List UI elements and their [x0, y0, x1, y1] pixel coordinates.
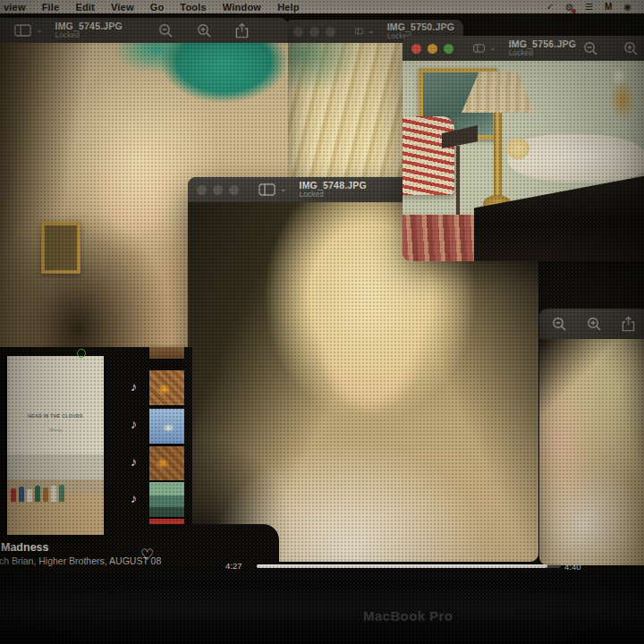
- menu-item-go[interactable]: Go: [142, 2, 173, 13]
- traffic-lights: [293, 27, 335, 37]
- zoom-window-icon[interactable]: [444, 44, 453, 54]
- traffic-lights: [411, 44, 453, 54]
- track-artists: Rich Brian, Higher Brothers, AUGUST 08: [0, 555, 161, 566]
- photo-img5756: [402, 61, 644, 261]
- framed-picture-decor: [41, 222, 80, 274]
- notification-icon[interactable]: ◍: [565, 3, 573, 12]
- window-titlebar[interactable]: ⌄ IMG_5745.JPG Locked: [0, 18, 288, 43]
- chevron-down-icon: ⌄: [280, 184, 287, 193]
- zoom-in-icon[interactable]: [587, 317, 602, 332]
- menu-item-file[interactable]: File: [34, 2, 68, 13]
- queue-thumbnail[interactable]: [149, 409, 184, 444]
- queue-thumbnail[interactable]: [149, 370, 184, 405]
- screen-photo: view File Edit View Go Tools Window Help…: [0, 0, 644, 644]
- window-status: Locked: [300, 191, 367, 199]
- close-icon[interactable]: [293, 27, 303, 37]
- zoom-in-icon[interactable]: [197, 23, 212, 38]
- sofa-decor: [402, 116, 454, 195]
- menu-items: view File Edit View Go Tools Window Help: [0, 2, 308, 13]
- minimize-icon[interactable]: [428, 44, 437, 54]
- record-icon[interactable]: ◉: [623, 3, 631, 12]
- laptop-bezel: MacBook Pro: [0, 592, 644, 644]
- window-titlebar[interactable]: [539, 309, 644, 339]
- chevron-down-icon: ⌄: [368, 26, 375, 35]
- connect-device-icon[interactable]: [77, 349, 86, 358]
- preview-window-img5756: ⌄ IMG_5756.JPG Locked: [402, 36, 644, 261]
- queue-thumbnail[interactable]: [149, 519, 184, 524]
- window-titlebar[interactable]: ⌄ IMG_5756.JPG Locked: [402, 36, 644, 61]
- person-lying-decor: [508, 134, 644, 182]
- sidebar-icon[interactable]: [355, 25, 363, 38]
- close-icon[interactable]: [197, 185, 207, 195]
- zoom-window-icon[interactable]: [229, 185, 239, 195]
- progress-fill: [257, 564, 547, 568]
- heart-icon[interactable]: ♡: [140, 546, 154, 564]
- menu-item-help[interactable]: Help: [269, 2, 308, 13]
- zoom-out-icon[interactable]: [583, 41, 598, 56]
- queue-thumbnail[interactable]: [149, 347, 184, 359]
- chevron-down-icon: ⌄: [36, 25, 43, 34]
- menu-status-icons: ✓ ◍ ☰ M ◉: [547, 3, 644, 12]
- preview-window-right: [539, 309, 644, 565]
- menu-item-tools[interactable]: Tools: [172, 2, 215, 13]
- track-title: Madness: [1, 541, 49, 554]
- menu-item-app[interactable]: view: [4, 2, 34, 13]
- menu-item-edit[interactable]: Edit: [67, 2, 103, 13]
- elapsed-time: 4:27: [225, 561, 242, 571]
- menu-item-window[interactable]: Window: [215, 2, 269, 13]
- device-label: MacBook Pro: [363, 608, 453, 623]
- album-figures-decor: [11, 485, 74, 502]
- album-cover-subtitle: 88rising: [7, 428, 104, 432]
- duration-time: 4:40: [564, 562, 581, 572]
- music-note-icon: ♪: [131, 454, 137, 469]
- sidebar-icon[interactable]: [258, 183, 275, 196]
- album-cover-title: HEAD IN THE CLOUDS: [7, 413, 104, 419]
- music-note-icon: ♪: [131, 417, 137, 431]
- zoom-out-icon[interactable]: [552, 317, 567, 332]
- music-note-icon: ♪: [131, 379, 137, 394]
- zoom-window-icon[interactable]: [326, 27, 335, 37]
- person-head-decor: [506, 138, 530, 159]
- share-icon[interactable]: [235, 22, 249, 38]
- window-status: Locked: [55, 31, 123, 39]
- music-stand-pole: [456, 146, 460, 217]
- close-icon[interactable]: [411, 44, 421, 54]
- music-note-icon: ♪: [131, 491, 137, 505]
- player-bottom-bar: [0, 571, 644, 592]
- photo-right-portrait: [539, 339, 644, 565]
- minimize-icon[interactable]: [309, 27, 319, 37]
- sidebar-icon[interactable]: [473, 42, 485, 55]
- chevron-down-icon: ⌄: [489, 43, 496, 52]
- zoom-in-icon[interactable]: [623, 41, 639, 56]
- window-status: Locked: [509, 49, 576, 57]
- zoom-out-icon[interactable]: [158, 23, 174, 38]
- m-app-icon[interactable]: M: [605, 3, 612, 12]
- sidebar-icon[interactable]: [14, 24, 31, 37]
- list-icon[interactable]: ☰: [585, 3, 593, 12]
- share-icon[interactable]: [622, 316, 635, 332]
- menu-item-view[interactable]: View: [103, 2, 142, 13]
- traffic-lights: [197, 185, 239, 195]
- minimize-icon[interactable]: [213, 185, 223, 195]
- album-art[interactable]: HEAD IN THE CLOUDS 88rising: [7, 356, 104, 535]
- menu-bar: view File Edit View Go Tools Window Help…: [0, 0, 644, 13]
- check-icon[interactable]: ✓: [547, 3, 554, 12]
- sconce-decor: [603, 64, 642, 123]
- queue-thumbnail[interactable]: [149, 446, 184, 480]
- progress-bar[interactable]: [257, 564, 561, 568]
- queue-thumbnail[interactable]: [149, 482, 184, 517]
